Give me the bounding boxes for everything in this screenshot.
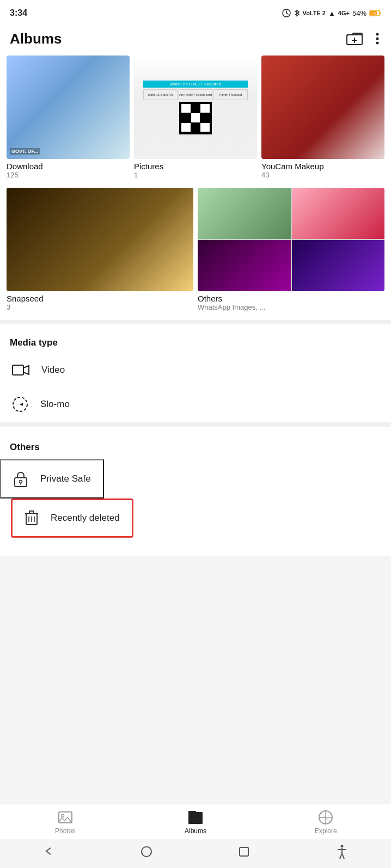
svg-text:+: + (374, 11, 376, 15)
albums-grid-bottom: Snapseed 3 Others WhatsApp Images, ... (7, 188, 384, 311)
album-download-count: 125 (7, 171, 130, 179)
home-button[interactable] (140, 846, 152, 859)
more-options-icon (376, 32, 379, 45)
album-snapseed-name: Snapseed (7, 294, 193, 303)
more-options-button[interactable] (374, 30, 381, 47)
album-pictures[interactable]: Wallet KYC NOT Required Wallet & Bank A/… (134, 56, 257, 179)
svg-point-11 (376, 33, 379, 36)
collage-cell-2 (292, 188, 385, 239)
divider-2 (0, 422, 391, 427)
others-section: Others Private Safe (0, 427, 391, 556)
collage-cell-4 (292, 240, 385, 291)
album-download-name: Download (7, 162, 130, 171)
svg-line-43 (342, 853, 344, 859)
tab-explore-label: Explore (315, 827, 337, 835)
slomo-label: Slo-mo (40, 399, 70, 410)
album-download-thumb: GOVT. OF... (7, 56, 130, 159)
tab-explore[interactable]: Explore (261, 810, 391, 835)
signal-bars: ▲ (328, 9, 335, 17)
photos-icon (58, 810, 73, 825)
others-list: Private Safe Recently deleted (0, 459, 391, 556)
recents-icon (239, 846, 249, 857)
video-icon (12, 364, 29, 377)
battery-icon: + (369, 9, 381, 17)
network-indicator: VoLTE 2 (303, 10, 326, 16)
svg-rect-31 (190, 813, 201, 823)
album-youcam[interactable]: YouCam Makeup 43 (261, 56, 384, 179)
album-snapseed-thumb (7, 188, 193, 291)
battery-indicator: 54% (352, 9, 366, 17)
tab-photos[interactable]: Photos (0, 810, 130, 835)
status-icons: VoLTE 2 ▲ 4G+ 54% + (282, 9, 381, 17)
svg-rect-28 (59, 812, 72, 823)
album-others-subtitle: WhatsApp Images, ... (198, 303, 384, 311)
svg-point-12 (376, 38, 379, 40)
collage-cell-3 (198, 240, 291, 291)
album-pictures-name: Pictures (134, 162, 257, 171)
albums-icon (187, 810, 204, 825)
media-type-section: Media type Video Slo-mo (0, 324, 391, 422)
album-download[interactable]: GOVT. OF... Download 125 (7, 56, 130, 179)
albums-grid-top: GOVT. OF... Download 125 Wallet KYC NOT … (0, 56, 391, 320)
album-pictures-thumb: Wallet KYC NOT Required Wallet & Bank A/… (134, 56, 257, 159)
video-label: Video (41, 365, 65, 375)
svg-rect-4 (380, 12, 381, 14)
album-youcam-count: 43 (261, 171, 384, 179)
svg-marker-15 (23, 366, 29, 374)
add-folder-icon (346, 32, 363, 46)
others-collage (198, 188, 384, 291)
network-type: 4G+ (338, 10, 350, 16)
svg-rect-14 (13, 365, 23, 375)
bottom-nav-tabs: Photos Albums Explore (0, 804, 391, 839)
album-others-name: Others (198, 294, 384, 303)
album-pictures-count: 1 (134, 171, 257, 179)
svg-point-39 (340, 845, 343, 848)
svg-point-13 (376, 42, 379, 45)
svg-rect-38 (240, 847, 248, 856)
private-safe-label: Private Safe (40, 473, 91, 484)
svg-rect-19 (15, 478, 27, 487)
add-folder-button[interactable] (344, 29, 365, 48)
album-snapseed-count: 3 (7, 303, 193, 311)
album-snapseed[interactable]: Snapseed 3 (7, 188, 193, 311)
recently-deleted-wrapper: Recently deleted (0, 498, 391, 556)
accessibility-icon (336, 845, 348, 859)
tab-photos-label: Photos (55, 827, 75, 835)
system-bar (0, 839, 391, 868)
svg-point-37 (142, 847, 151, 857)
album-others[interactable]: Others WhatsApp Images, ... (198, 188, 384, 311)
status-time: 3:34 (10, 8, 27, 18)
page-title: Albums (10, 30, 62, 47)
svg-point-29 (61, 815, 64, 817)
lock-icon (13, 470, 28, 488)
svg-marker-18 (20, 403, 23, 406)
video-item[interactable]: Video (0, 354, 391, 386)
accessibility-button[interactable] (336, 845, 348, 860)
media-type-list: Video Slo-mo (0, 354, 391, 422)
back-icon (43, 846, 54, 857)
svg-rect-24 (29, 511, 34, 514)
slomo-icon (12, 396, 28, 413)
private-safe-item[interactable]: Private Safe (0, 459, 104, 498)
divider-1 (0, 320, 391, 324)
album-youcam-thumb (261, 56, 384, 159)
bottom-spacer (0, 556, 391, 627)
back-button[interactable] (43, 846, 54, 859)
svg-rect-32 (188, 811, 196, 813)
recently-deleted-item[interactable]: Recently deleted (11, 498, 133, 538)
header: Albums (0, 24, 391, 56)
bluetooth-icon (294, 9, 300, 17)
album-youcam-name: YouCam Makeup (261, 162, 384, 171)
recents-button[interactable] (239, 846, 249, 859)
svg-line-2 (286, 13, 288, 14)
tab-albums-label: Albums (185, 827, 206, 835)
tab-albums[interactable]: Albums (130, 810, 260, 835)
home-icon (140, 846, 152, 858)
recently-deleted-label: Recently deleted (51, 513, 120, 524)
explore-icon (318, 810, 333, 825)
clock-icon (282, 9, 291, 17)
others-heading: Others (0, 427, 391, 459)
trash-icon (25, 510, 39, 526)
slomo-item[interactable]: Slo-mo (0, 386, 391, 422)
header-actions (344, 29, 381, 48)
